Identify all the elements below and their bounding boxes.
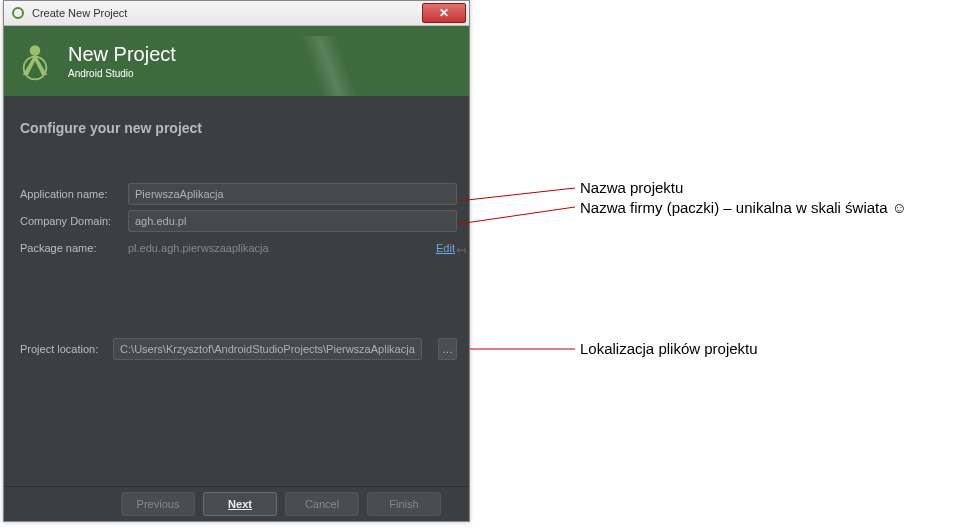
dialog-footer: Previous Next Cancel Finish <box>4 486 469 521</box>
android-studio-icon <box>14 40 56 82</box>
arrow-icon: ↤ <box>456 243 466 257</box>
close-icon: ✕ <box>439 6 449 20</box>
label-project-location: Project location: <box>20 343 113 355</box>
svg-line-2 <box>458 188 575 201</box>
app-icon <box>10 5 26 21</box>
next-button[interactable]: Next <box>203 492 277 516</box>
value-package-name: pl.edu.agh.pierwszaaplikacja <box>128 242 436 254</box>
row-application-name: Application name: PierwszaAplikacja <box>20 182 469 206</box>
annotation-company-domain: Nazwa firmy (paczki) – unikalna w skali … <box>580 199 907 216</box>
label-package-name: Package name: <box>20 242 128 254</box>
annotation-project-location: Lokalizacja plików projektu <box>580 340 758 357</box>
row-company-domain: Company Domain: agh.edu.pl <box>20 209 469 233</box>
header-band: New Project Android Studio <box>4 26 469 96</box>
window-title: Create New Project <box>32 7 419 19</box>
row-project-location: Project location: C:\Users\Krzysztof\And… <box>20 337 469 361</box>
row-package-name: Package name: pl.edu.agh.pierwszaaplikac… <box>20 236 469 260</box>
cancel-button[interactable]: Cancel <box>285 492 359 516</box>
input-company-domain[interactable]: agh.edu.pl <box>128 210 457 232</box>
input-project-location[interactable]: C:\Users\Krzysztof\AndroidStudioProjects… <box>113 338 422 360</box>
browse-button[interactable]: … <box>438 338 457 360</box>
input-application-name[interactable]: PierwszaAplikacja <box>128 183 457 205</box>
label-company-domain: Company Domain: <box>20 215 128 227</box>
section-title: Configure your new project <box>4 96 469 136</box>
finish-button[interactable]: Finish <box>367 492 441 516</box>
titlebar: Create New Project ✕ <box>4 1 469 26</box>
header-shine <box>249 36 409 96</box>
dialog-body: Configure your new project Application n… <box>4 96 469 487</box>
form-fields: Application name: PierwszaAplikacja Comp… <box>4 182 469 361</box>
previous-button[interactable]: Previous <box>121 492 195 516</box>
close-button[interactable]: ✕ <box>422 3 466 23</box>
ellipsis-icon: … <box>442 343 453 355</box>
edit-link[interactable]: Edit <box>436 242 455 254</box>
header-subtitle: Android Studio <box>68 68 176 79</box>
label-application-name: Application name: <box>20 188 128 200</box>
dialog-window: Create New Project ✕ New Project Android… <box>3 0 470 522</box>
annotation-project-name: Nazwa projektu <box>580 179 683 196</box>
svg-line-3 <box>458 207 575 224</box>
header-title: New Project <box>68 43 176 66</box>
